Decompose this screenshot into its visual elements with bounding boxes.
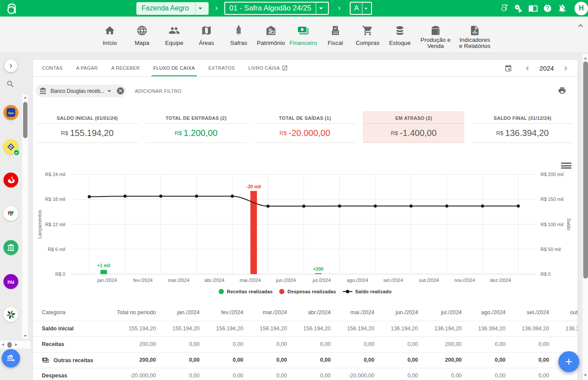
table-row-receitas[interactable]: Receitas200,000,000,000,000,000,000,0020…	[33, 336, 578, 352]
nav-item-safras[interactable]: Safras	[223, 17, 255, 50]
column-header[interactable]: abr./2024	[287, 304, 331, 321]
table-row-outras-receitas[interactable]: Outras receitas200,000,000,000,000,000,0…	[33, 352, 578, 368]
calendar-icon[interactable]	[504, 64, 512, 72]
filter-chip-bank[interactable]: Banco Douglas receb...	[36, 85, 126, 97]
scroll-up-icon[interactable]	[22, 95, 28, 100]
nav-item--reas[interactable]: Áreas	[190, 17, 223, 50]
tab-fluxo-de-caixa[interactable]: FLUXO DE CAIXA	[147, 60, 202, 76]
cell-value: 0,00	[462, 336, 505, 352]
bank-shortcut-bank-generic[interactable]	[3, 240, 18, 255]
tab-a-pagar[interactable]: A PAGAR	[69, 60, 105, 76]
sidebar-hscrollbar-thumb[interactable]	[7, 342, 12, 348]
search-icon[interactable]	[6, 80, 15, 88]
plot-selector-value: A	[354, 4, 359, 13]
column-header[interactable]: fev./2024	[199, 304, 243, 321]
cell-value: 0,00	[462, 352, 505, 368]
column-header[interactable]: ago./2024	[462, 304, 505, 321]
print-icon[interactable]	[558, 86, 566, 95]
sidebar-expand-button[interactable]	[4, 59, 17, 72]
column-header[interactable]: jun./2024	[374, 304, 418, 321]
divider	[145, 142, 247, 143]
card-value: R$136.394,20	[472, 124, 573, 142]
cell-value: 136.394,20	[549, 321, 578, 336]
chevron-down-icon[interactable]	[105, 87, 114, 95]
avatar[interactable]: H	[574, 2, 588, 15]
help-icon[interactable]	[543, 3, 552, 13]
bank-shortcut-voiter[interactable]	[3, 206, 18, 221]
sidebar-scrollbar-thumb[interactable]	[23, 102, 27, 138]
legend-dot	[219, 289, 224, 294]
farm-selector[interactable]: Fazenda Aegro	[136, 2, 209, 15]
notifications-off-icon[interactable]	[558, 3, 567, 13]
nav-item-in-cio[interactable]: Início	[94, 17, 126, 50]
add-transaction-button[interactable]	[558, 351, 579, 372]
table-row-saldo-inicial[interactable]: Saldo inicial155.194,20155.194,20156.194…	[33, 321, 578, 336]
scroll-down-icon[interactable]	[22, 333, 28, 339]
card-label: EM ATRASO (2)	[363, 115, 464, 123]
tab-extratos[interactable]: EXTRATOS	[202, 60, 242, 76]
bank-shortcut-banco-do-brasil[interactable]	[3, 139, 18, 154]
bank-shortcut-pinwheel[interactable]	[3, 307, 18, 322]
chevron-down-icon	[362, 5, 370, 12]
nav-item-mapa[interactable]: Mapa	[126, 17, 158, 50]
period-year[interactable]: 2024	[533, 64, 560, 72]
column-header[interactable]: Categoria	[33, 304, 112, 321]
divider	[37, 142, 138, 143]
next-year-button[interactable]	[560, 64, 571, 72]
cell-value: 0,00	[243, 352, 287, 368]
column-header[interactable]: jan./2024	[156, 304, 199, 321]
bank-shortcut-nubank[interactable]: nu	[3, 274, 18, 289]
nav-item-estoque[interactable]: Estoque	[384, 17, 416, 50]
sidebar-scrollbar[interactable]	[22, 95, 28, 339]
tab-livro-caixa[interactable]: LIVRO CAIXA	[242, 60, 295, 76]
referral-icon[interactable]	[499, 3, 509, 13]
legend-item-despesas-realizadas[interactable]: Despesas realizadas	[279, 289, 336, 294]
card-amount: -1.400,00	[400, 128, 437, 138]
column-header[interactable]: set./2024	[505, 304, 549, 321]
card-value: R$-1.400,00	[363, 124, 464, 142]
column-header[interactable]: mar./2024	[243, 304, 287, 321]
column-header[interactable]: mai./2024	[331, 304, 374, 321]
scroll-up-icon[interactable]	[582, 55, 588, 61]
nav-collapse-button[interactable]	[576, 21, 585, 31]
nav-item-equipe[interactable]: Equipe	[158, 17, 190, 50]
legend-item-saldo-realizado[interactable]: Saldo realizado	[343, 289, 392, 294]
tab-a-receber[interactable]: A RECEBER	[105, 60, 147, 76]
database-icon	[394, 25, 406, 36]
plot-selector[interactable]: A	[350, 2, 372, 15]
legend-item-receitas-realizadas[interactable]: Receitas realizadas	[219, 289, 273, 294]
add-bank-button[interactable]	[2, 349, 20, 367]
column-header[interactable]: Total no período	[112, 304, 156, 321]
column-header[interactable]: out./2024	[549, 304, 578, 321]
filter-chip-label: Banco Douglas receb...	[51, 88, 104, 94]
add-filter-button[interactable]: ADICIONAR FILTRO	[135, 88, 181, 94]
column-header[interactable]: jul./2024	[418, 304, 462, 321]
nav-item-indicadores-e-relat-rios[interactable]: Indicadores e Relatórios	[455, 17, 494, 50]
nav-item-financeiro[interactable]: Financeiro	[287, 17, 319, 50]
table-row-despesas[interactable]: Despesas-20.000,000,000,000,000,00-20.00…	[33, 368, 578, 380]
bank-shortcut-santander[interactable]	[3, 173, 18, 187]
chart-menu-icon[interactable]	[561, 161, 571, 170]
key-icon[interactable]	[514, 3, 523, 13]
aegro-logo[interactable]	[0, 2, 24, 15]
home-icon	[104, 25, 115, 36]
scroll-down-icon[interactable]	[582, 372, 588, 378]
nav-item-patrim-nio[interactable]: Patrimônio	[255, 17, 287, 50]
harvest-selector[interactable]: 01 - Safra Algodão 24/25	[224, 2, 329, 15]
cell-value: 0,00	[505, 352, 549, 368]
guide-icon[interactable]	[528, 3, 538, 13]
scroll-left-icon[interactable]	[0, 342, 6, 348]
scroll-right-icon[interactable]	[13, 342, 19, 348]
nav-item-produ-o-e-venda[interactable]: Produção e Venda	[416, 17, 455, 50]
nav-item-fiscal[interactable]: Fiscal	[319, 17, 351, 50]
page-scrollbar[interactable]	[582, 54, 588, 380]
tab-contas[interactable]: CONTAS	[36, 60, 70, 76]
previous-year-button[interactable]	[522, 64, 533, 72]
cart-icon	[362, 25, 373, 36]
remove-filter-icon[interactable]	[116, 87, 125, 95]
bank-shortcut-itau[interactable]: Itaú	[3, 105, 18, 120]
sidebar-hscrollbar[interactable]	[0, 341, 30, 349]
page-scrollbar-thumb[interactable]	[583, 61, 588, 278]
nav-item-compras[interactable]: Compras	[351, 17, 384, 50]
cell-value: 156.194,20	[199, 321, 243, 336]
